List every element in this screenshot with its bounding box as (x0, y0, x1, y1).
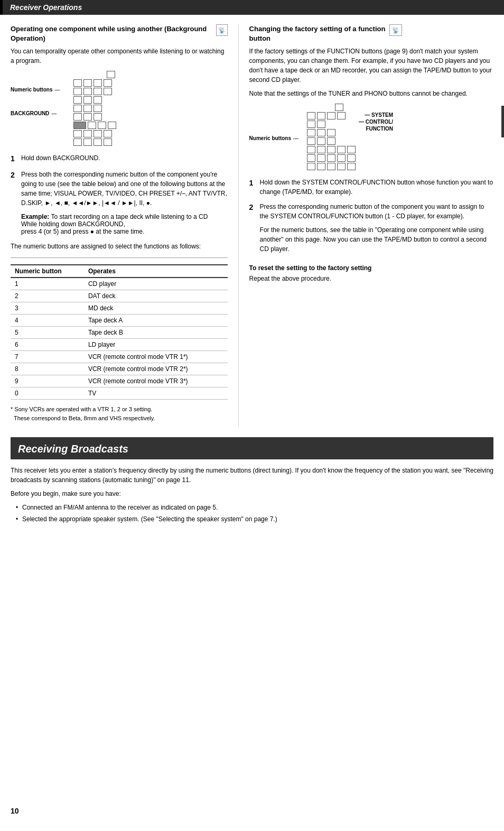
table-row: 5Tape deck B (11, 327, 228, 339)
remote-row-r2 (307, 121, 356, 128)
remote-row-3 (73, 96, 116, 104)
right-step2-extra: For the numeric buttons, see the table i… (260, 225, 493, 254)
numeric-buttons-label-right: Numeric buttons — (249, 135, 298, 141)
table-col2-header: Operates (84, 265, 228, 278)
remote-right-labels: Numeric buttons — (249, 104, 298, 149)
remote-row-1 (73, 79, 116, 87)
remote-btn (73, 96, 82, 104)
table-row: 4Tape deck A (11, 315, 228, 327)
table-cell-num: 7 (11, 351, 84, 363)
system-control-label: — SYSTEM (359, 112, 393, 118)
remote-diagram-right: Numeric buttons — (249, 104, 493, 170)
remote-row-r3 (307, 129, 356, 136)
header-bar: Receiver Operations (0, 0, 504, 15)
two-column-layout: Operating one component while using anot… (0, 24, 504, 427)
table-cell-op: LD player (84, 339, 228, 351)
remote-row-r6 (307, 154, 356, 162)
remote-btn (107, 71, 115, 78)
table-row: 9VCR (remote control mode VTR 3*) (11, 375, 228, 387)
step-2: 2 Press both the corresponding numeric b… (11, 170, 228, 208)
remote-btn (337, 146, 346, 153)
table-row: 8VCR (remote control mode VTR 2*) (11, 363, 228, 375)
background-label: BACKGROUND — (11, 110, 60, 116)
numeric-note: The numeric buttons are assigned to sele… (11, 242, 228, 251)
remote-row-6 (73, 122, 116, 129)
table-cell-op: VCR (remote control mode VTR 2*) (84, 363, 228, 375)
table-cell-num: 3 (11, 302, 84, 315)
table-footnote: * Sony VCRs are operated with a VTR 1, 2… (11, 405, 228, 422)
remote-btn (83, 130, 92, 137)
remote-btn (335, 104, 343, 111)
remote-btn (73, 105, 82, 112)
remote-row-4 (73, 105, 116, 112)
remote-btn (337, 163, 346, 170)
function-label: FUNCTION (359, 125, 393, 132)
right-note: Note that the settings of the TUNER and … (249, 89, 493, 98)
right-step-2: 2 Press the corresponding numeric button… (249, 202, 493, 258)
remote-btn (94, 105, 102, 112)
receiving-intro: This receiver lets you enter a station's… (11, 466, 493, 485)
remote-btn (347, 154, 356, 162)
numeric-table: Numeric button Operates 1CD player2DAT d… (11, 264, 228, 400)
table-row: 6LD player (11, 339, 228, 351)
remote-btn (94, 138, 102, 146)
table-cell-num: 0 (11, 387, 84, 400)
remote-labels-left: Numeric buttons — BACKGROUND — (11, 71, 60, 124)
remote-btn (98, 122, 106, 129)
right-step2-text: Press the corresponding numeric button o… (260, 202, 493, 221)
remote-btn (94, 79, 102, 87)
table-cell-num: 5 (11, 327, 84, 339)
table-cell-op: DAT deck (84, 290, 228, 302)
table-divider (11, 257, 228, 258)
remote-btn (337, 154, 346, 162)
remote-row-r7 (307, 163, 356, 170)
remote-btn (94, 88, 102, 95)
remote-btn (337, 112, 346, 119)
receiving-bullets: Connected an FM/AM antenna to the receiv… (16, 503, 493, 524)
remote-btn (73, 113, 82, 121)
remote-btn (327, 129, 335, 136)
remote-btn (104, 138, 112, 146)
remote-btn (307, 129, 315, 136)
remote-btn (317, 129, 325, 136)
receiving-title: Receiving Broadcasts (11, 439, 493, 459)
remote-btn (104, 130, 112, 137)
table-row: 2DAT deck (11, 290, 228, 302)
remote-btn (317, 121, 325, 128)
remote-row-r4 (307, 137, 356, 145)
table-cell-num: 4 (11, 315, 84, 327)
right-section-title: Changing the factory setting of a functi… (249, 24, 386, 43)
reset-text: Repeat the above procedure. (249, 274, 493, 283)
remote-btn (83, 138, 92, 146)
remote-btn (104, 79, 112, 87)
remote-btn (327, 146, 335, 153)
right-column: Changing the factory setting of a functi… (238, 24, 493, 427)
remote-btn (108, 122, 116, 129)
right-section-icon: 📡 (389, 24, 402, 36)
table-cell-op: Tape deck B (84, 327, 228, 339)
remote-row-7 (73, 130, 116, 137)
right-step-1: 1 Hold down the SYSTEM CONTROL/FUNCTION … (249, 178, 493, 197)
remote-btn (307, 154, 315, 162)
remote-btn (327, 137, 335, 145)
remote-grid-left (73, 71, 116, 146)
control-label: — CONTROL/ (359, 118, 393, 125)
table-cell-num: 8 (11, 363, 84, 375)
to-reset-label: To reset the setting to the factory sett… (249, 263, 493, 273)
remote-btn (327, 154, 335, 162)
remote-btn (88, 122, 96, 129)
remote-btn (317, 112, 325, 119)
remote-btn (83, 79, 92, 87)
remote-btn (347, 163, 356, 170)
remote-row-5 (73, 113, 116, 121)
right-section-header: Changing the factory setting of a functi… (249, 24, 493, 43)
remote-btn (347, 146, 356, 153)
left-intro: You can temporality operate other compon… (11, 47, 228, 66)
remote-btn (83, 96, 92, 104)
remote-btn (94, 113, 102, 121)
left-column: Operating one component while using anot… (11, 24, 238, 427)
remote-btn (307, 163, 315, 170)
page: Receiver Operations Operating one compon… (0, 0, 504, 831)
remote-row-2 (73, 88, 116, 95)
remote-btn (317, 163, 325, 170)
